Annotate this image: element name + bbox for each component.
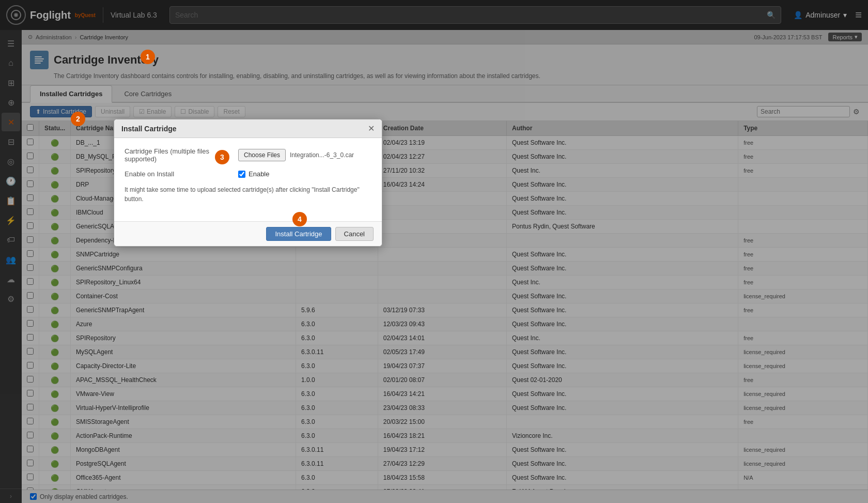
- enable-on-install-text: Enable: [249, 170, 269, 178]
- step-3-circle: 3: [215, 150, 229, 164]
- modal-install-label: Install Cartridge: [275, 230, 322, 238]
- choose-files-label: Choose Files: [244, 151, 280, 159]
- modal-header: Install Cartridge ✕: [114, 119, 382, 138]
- step-2-circle: 2: [71, 112, 85, 126]
- modal-enable-row: Enable on Install Enable: [125, 170, 371, 178]
- modal-footer: Install Cartridge Cancel: [114, 221, 382, 246]
- modal-files-row: Cartridge Files (multiple files supporte…: [125, 147, 371, 163]
- modal-overlay: Install Cartridge ✕ Cartridge Files (mul…: [0, 0, 868, 503]
- choose-files-button[interactable]: Choose Files: [238, 149, 286, 161]
- modal-install-button[interactable]: Install Cartridge: [266, 227, 331, 241]
- install-cartridge-modal: Install Cartridge ✕ Cartridge Files (mul…: [114, 119, 382, 247]
- selected-file-name: Integration...-6_3_0.car: [290, 151, 354, 159]
- modal-files-value: Choose Files Integration...-6_3_0.car: [238, 149, 371, 161]
- modal-enable-value: Enable: [238, 170, 371, 178]
- enable-on-install-checkbox[interactable]: [238, 171, 245, 178]
- modal-body: Cartridge Files (multiple files supporte…: [114, 138, 382, 221]
- modal-note: It might take some time to upload select…: [125, 185, 371, 204]
- modal-title: Install Cartridge: [121, 125, 177, 133]
- modal-enable-label: Enable on Install: [125, 170, 238, 178]
- modal-close-button[interactable]: ✕: [368, 124, 375, 133]
- modal-cancel-label: Cancel: [344, 230, 365, 238]
- step-4-circle: 4: [292, 212, 307, 226]
- modal-cancel-button[interactable]: Cancel: [335, 227, 374, 241]
- step-1-circle: 1: [141, 50, 155, 64]
